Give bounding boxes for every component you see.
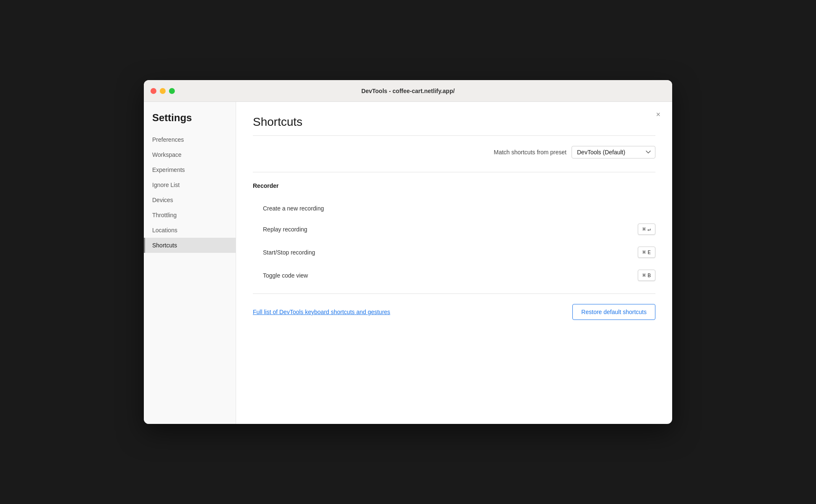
sidebar-item-locations[interactable]: Locations [144, 223, 236, 238]
dialog-close-button[interactable]: × [652, 109, 664, 121]
preset-row: Match shortcuts from preset DevTools (De… [253, 146, 655, 158]
key-symbol: ↵ [647, 226, 651, 232]
cmd-symbol: ⌘ [642, 272, 646, 278]
shortcut-key-replay: ⌘ ↵ [638, 223, 655, 235]
key-symbol: B [647, 272, 651, 278]
key-badge-toggle: ⌘ B [638, 270, 655, 281]
key-badge-replay: ⌘ ↵ [638, 223, 655, 235]
shortcut-key-toggle: ⌘ B [638, 270, 655, 281]
sidebar-item-label: Workspace [152, 151, 182, 158]
shortcut-row-replay: Replay recording ⌘ ↵ [253, 218, 655, 241]
close-button[interactable] [151, 88, 156, 94]
restore-defaults-button[interactable]: Restore default shortcuts [572, 304, 655, 320]
footer: Full list of DevTools keyboard shortcuts… [253, 294, 655, 320]
sidebar-item-label: Locations [152, 227, 177, 234]
sidebar-item-label: Throttling [152, 212, 177, 218]
shortcuts-list: Create a new recording Replay recording … [253, 199, 655, 287]
shortcut-name-replay: Replay recording [253, 226, 638, 233]
minimize-button[interactable] [160, 88, 166, 94]
shortcuts-link[interactable]: Full list of DevTools keyboard shortcuts… [253, 309, 390, 315]
sidebar-item-throttling[interactable]: Throttling [144, 208, 236, 223]
shortcut-name-create: Create a new recording [253, 205, 655, 212]
sidebar-item-preferences[interactable]: Preferences [144, 132, 236, 147]
sidebar-item-devices[interactable]: Devices [144, 192, 236, 208]
shortcut-row-startstop: Start/Stop recording ⌘ E [253, 241, 655, 264]
sidebar-item-shortcuts[interactable]: Shortcuts [144, 238, 236, 253]
preset-select[interactable]: DevTools (Default) Visual Studio Code Su… [572, 146, 655, 158]
devtools-window: DevTools - coffee-cart.netlify.app/ Sett… [144, 80, 672, 424]
shortcut-name-startstop: Start/Stop recording [253, 249, 638, 256]
cmd-symbol: ⌘ [642, 249, 646, 255]
key-symbol: E [647, 249, 651, 255]
title-divider [253, 135, 655, 136]
sidebar-item-label: Shortcuts [152, 242, 177, 249]
titlebar: DevTools - coffee-cart.netlify.app/ [144, 80, 672, 102]
sidebar-item-label: Preferences [152, 136, 184, 143]
section-divider [253, 172, 655, 172]
shortcut-row-toggle: Toggle code view ⌘ B [253, 264, 655, 287]
page-title: Shortcuts [253, 115, 655, 129]
sidebar-item-label: Ignore List [152, 182, 179, 188]
shortcut-key-startstop: ⌘ E [638, 247, 655, 258]
settings-title: Settings [144, 112, 236, 124]
sidebar: Settings Preferences Workspace Experimen… [144, 102, 236, 424]
sidebar-item-workspace[interactable]: Workspace [144, 147, 236, 162]
shortcut-name-toggle: Toggle code view [253, 272, 638, 279]
window-title: DevTools - coffee-cart.netlify.app/ [361, 88, 455, 94]
main-content: × Shortcuts Match shortcuts from preset … [236, 102, 672, 424]
shortcut-row-create: Create a new recording [253, 199, 655, 218]
window-controls [151, 88, 175, 94]
sidebar-item-ignore-list[interactable]: Ignore List [144, 177, 236, 192]
content-area: Settings Preferences Workspace Experimen… [144, 102, 672, 424]
key-badge-startstop: ⌘ E [638, 247, 655, 258]
sidebar-item-label: Devices [152, 197, 173, 203]
maximize-button[interactable] [169, 88, 175, 94]
recorder-section-title: Recorder [253, 182, 655, 189]
sidebar-item-label: Experiments [152, 166, 185, 173]
sidebar-item-experiments[interactable]: Experiments [144, 162, 236, 177]
cmd-symbol: ⌘ [642, 226, 646, 232]
preset-label: Match shortcuts from preset [494, 149, 567, 156]
